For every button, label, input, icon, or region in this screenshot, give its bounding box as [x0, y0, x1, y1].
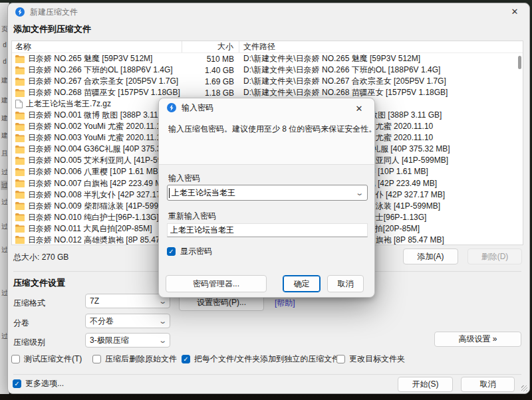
file-name: 日奈娇 NO.010 纯白护士[96P-1.13G]: [28, 212, 159, 223]
level-dropdown[interactable]: 3-极限压缩 ⌄: [85, 333, 170, 348]
confirm-password-label: 重新输入密码: [168, 211, 216, 222]
file-name: 日奈娇 NO.005 艾米利亚同人 [41P-599MB]: [28, 155, 180, 166]
checkbox-icon[interactable]: [92, 355, 101, 363]
folder-icon: [15, 157, 25, 165]
divider: [13, 374, 521, 375]
file-name: 日奈娇 NO.009 柴郡猫泳装 [41P-599MB]: [28, 201, 172, 212]
add-button[interactable]: 添加(A): [403, 249, 458, 264]
page-title: 添加文件到压缩文件: [13, 23, 91, 35]
folder-icon: [15, 134, 25, 142]
help-link[interactable]: [帮助]: [275, 298, 295, 309]
checkbox-icon[interactable]: ✓: [13, 379, 21, 388]
folder-icon: [15, 179, 25, 187]
show-password-toggle[interactable]: ✓ 显示密码: [167, 246, 212, 257]
show-password-label: 显示密码: [180, 246, 212, 257]
file-path: D:\新建文件夹\日奈娇 NO.266 下班的OL [188P6V 1.4G]: [239, 64, 523, 76]
table-row[interactable]: 日奈娇 NO.266 下班的OL [188P6V 1.4G]1.40 GBD:\…: [12, 64, 523, 76]
dialog-cancel-button[interactable]: 取消: [327, 275, 364, 292]
chevron-down-icon[interactable]: ⌄: [355, 189, 364, 196]
password-manager-button[interactable]: 密码管理器...: [166, 275, 267, 292]
advanced-settings-button[interactable]: 高级设置 »: [434, 332, 521, 347]
checkbox-change-target[interactable]: 更改目标文件夹: [336, 353, 405, 365]
title-bar[interactable]: 新建压缩文件 ✕: [8, 3, 529, 21]
checkbox-delete-after[interactable]: 压缩后删除原始文件: [92, 353, 177, 365]
file-size: 1.40 GB: [182, 66, 239, 75]
file-size: 1.18 GB: [182, 88, 239, 98]
file-name: 日奈娇 NO.265 魅魔 [59P3V 512M]: [28, 53, 152, 64]
password-label: 输入密码: [168, 173, 200, 184]
folder-icon: [15, 236, 25, 244]
level-value: 3-极限压缩: [90, 335, 129, 346]
table-row[interactable]: 日奈娇 NO.268 苗疆巫女 [157P5V 1.18GB]1.18 GBD:…: [12, 87, 523, 98]
checkbox-label: 把每个文件/文件夹添加到独立的压缩文件: [194, 353, 340, 365]
table-row[interactable]: 日奈娇 NO.267 合欢宗圣女 [205P5V 1.7G]1.69 GBD:\…: [12, 76, 523, 87]
settings-heading: 压缩文件设置: [13, 277, 65, 289]
file-path: D:\新建文件夹\日奈娇 NO.265 魅魔 [59P3V 512M]: [239, 53, 523, 64]
file-name: 日奈娇 NO.006 八重樱 [10P 1.61 MB]: [28, 166, 160, 177]
more-options-toggle[interactable]: ✓ 更多选项...: [13, 378, 64, 389]
folder-icon: [15, 123, 25, 131]
file-path: D:\新建文件夹\日奈娇 NO.268 苗疆巫女 [157P5V 1.18GB]: [239, 87, 523, 98]
checkbox-test-archive[interactable]: 测试压缩文件(T): [11, 353, 82, 365]
confirm-password-field[interactable]: [167, 223, 368, 237]
window-close-icon[interactable]: ✕: [504, 4, 525, 19]
level-label: 压缩级别: [13, 337, 45, 348]
checkbox-icon[interactable]: ✓: [182, 355, 190, 363]
volume-value: 不分卷: [90, 316, 114, 327]
format-dropdown[interactable]: 7Z ⌄: [85, 294, 170, 308]
ok-button[interactable]: 确定: [283, 275, 321, 292]
window-title: 新建压缩文件: [30, 7, 78, 18]
resize-grip[interactable]: [521, 385, 527, 391]
checkbox-icon[interactable]: [336, 355, 345, 363]
folder-icon: [15, 202, 25, 210]
dialog-title: 输入密码: [182, 102, 213, 114]
file-path: D:\新建文件夹\日奈娇 NO.267 合欢宗圣女 [205P5V 1.7G]: [239, 76, 523, 87]
cancel-button[interactable]: 取消: [461, 377, 515, 392]
checkbox-separate-archives[interactable]: ✓ 把每个文件/文件夹添加到独立的压缩文件: [182, 353, 340, 365]
file-name: 日奈娇 NO.002 YouMi 尤蜜 2020.11.10: [28, 121, 166, 132]
start-button[interactable]: 开始(S): [398, 377, 453, 392]
confirm-password-input[interactable]: [168, 224, 367, 237]
volume-label: 分卷: [13, 318, 29, 329]
folder-icon: [15, 78, 25, 86]
volume-dropdown[interactable]: 不分卷 ⌄: [85, 314, 170, 328]
dialog-close-icon[interactable]: ✕: [349, 101, 369, 116]
checkbox-label: 测试压缩文件(T): [24, 353, 82, 365]
app-icon: [15, 7, 25, 17]
folder-icon: [15, 146, 25, 153]
app-icon: [167, 103, 176, 112]
chevron-down-icon: ⌄: [158, 298, 167, 304]
folder-icon: [15, 213, 25, 221]
total-size-label: 总大小: 270 GB: [13, 252, 68, 263]
list-scrollbar-thumb[interactable]: [518, 56, 521, 69]
folder-icon: [15, 168, 25, 176]
file-name: 日奈娇 NO.007 白旗袍 [42P 223.49 MB]: [28, 178, 170, 189]
file-name: 日奈娇 NO.267 合欢宗圣女 [205P5V 1.7G]: [28, 76, 178, 87]
checkbox-label: 压缩后删除原始文件: [105, 353, 177, 365]
checkbox-icon[interactable]: [11, 355, 20, 363]
column-header-path[interactable]: 文件路径: [239, 41, 523, 52]
folder-icon: [15, 89, 25, 97]
folder-icon: [15, 225, 25, 233]
file-size: 1.69 GB: [182, 77, 239, 86]
checkbox-icon[interactable]: ✓: [167, 247, 176, 256]
file-name: 日奈娇 NO.266 下班的OL [188P6V 1.4G]: [28, 64, 173, 76]
password-dialog: 输入密码 ✕ 输入压缩包密码。建议使用至少 8 位的密码来保证安全性。 输入密码…: [158, 98, 375, 298]
column-header-name[interactable]: 名称: [12, 41, 182, 52]
column-header-size[interactable]: 大小: [182, 41, 239, 52]
file-size: 510 MB: [182, 54, 239, 64]
file-icon: [15, 100, 23, 108]
folder-icon: [15, 112, 25, 120]
file-name: 上老王论坛当老王.7z.gz: [26, 98, 111, 110]
file-name: 日奈娇 NO.003 YouMi 尤蜜 2020.11.10: [28, 132, 166, 144]
dialog-title-bar[interactable]: 输入密码 ✕: [159, 98, 374, 117]
file-name: 日奈娇 NO.011 大凤自拍[20P-85M]: [28, 223, 152, 235]
password-combobox[interactable]: ⌄: [167, 185, 368, 201]
password-input[interactable]: [170, 188, 356, 197]
table-row[interactable]: 日奈娇 NO.265 魅魔 [59P3V 512M]510 MBD:\新建文件夹…: [12, 53, 523, 64]
format-label: 压缩格式: [13, 298, 45, 309]
delete-button: 删除(D): [467, 249, 522, 264]
checkbox-label: 更改目标文件夹: [349, 353, 405, 365]
folder-icon: [15, 191, 25, 199]
file-list-header: 名称 大小 文件路径: [12, 41, 523, 53]
